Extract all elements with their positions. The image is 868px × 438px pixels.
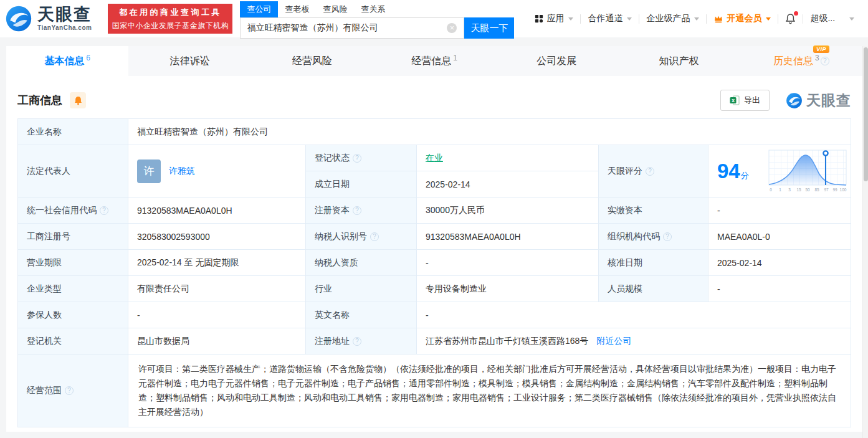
search-button[interactable]: 天眼一下	[464, 17, 514, 39]
business-scope-value: 许可项目：第二类医疗器械生产；道路货物运输（不含危险货物）（依法须经批准的项目，…	[128, 355, 851, 427]
tab-legal-litigation[interactable]: 法律诉讼	[128, 46, 250, 76]
reg-status-value: 在业	[417, 145, 598, 171]
search-input[interactable]	[240, 17, 464, 39]
help-icon[interactable]	[663, 232, 672, 241]
search-tab-boss[interactable]: 查老板	[278, 1, 316, 17]
svg-text:3: 3	[788, 188, 791, 192]
nav-open-vip[interactable]: 开通会员	[707, 13, 778, 24]
vertical-scrollbar	[862, 46, 868, 438]
nav-super-vip-label: 超级...	[810, 13, 835, 24]
tab-count: 1	[453, 54, 457, 62]
table-row: 登记机关 昆山市数据局 注册地址 江苏省苏州市昆山市千灯镇玉溪西路168号 附近…	[18, 328, 851, 355]
svg-text:97: 97	[824, 188, 829, 192]
org-code-value: MAEA0A0L-0	[708, 224, 851, 249]
field-label-text: 天眼评分	[608, 166, 642, 177]
field-label: 纳税人资质	[306, 250, 417, 275]
field-label: 纳税人识别号	[306, 224, 417, 249]
reg-authority-value: 昆山市数据局	[128, 328, 306, 354]
legal-rep-avatar[interactable]: 许	[137, 159, 161, 183]
section-header: 工商信息 x 导出 天眼查	[17, 90, 851, 111]
nearby-companies-link[interactable]: 附近公司	[596, 336, 631, 347]
chevron-down-icon	[694, 17, 699, 21]
help-icon[interactable]	[65, 386, 74, 395]
svg-text:99: 99	[832, 188, 837, 192]
business-term-value: 2025-02-14 至 无固定期限	[128, 250, 306, 275]
nav-cooperation-label: 合作通道	[588, 13, 622, 24]
reg-number-value: 320583002593000	[128, 224, 306, 249]
field-label-text: 纳税人识别号	[315, 231, 367, 242]
notification-dot	[794, 11, 798, 16]
tab-label: 历史信息	[773, 55, 813, 66]
nav-enterprise[interactable]: 企业级产品	[639, 13, 706, 24]
vip-badge: VIP	[813, 45, 829, 53]
status-date-subgrid: 登记状态 在业 成立日期 2025-02-14	[306, 145, 599, 197]
tab-intellectual-property[interactable]: 知识产权	[618, 46, 740, 76]
watermark-text: 天眼查	[806, 91, 851, 110]
help-icon[interactable]	[646, 167, 654, 176]
tianyancha-logo[interactable]: 天眼查 TianYanCha.com	[5, 5, 92, 32]
approval-date-value: 2025-02-14	[708, 250, 851, 275]
table-row: 统一社会信用代码 91320583MAEA0A0L0H 注册资本 30000万人…	[18, 198, 851, 224]
chevron-down-icon	[849, 17, 854, 21]
chevron-down-icon	[766, 17, 771, 21]
help-icon[interactable]	[100, 206, 108, 215]
help-icon[interactable]	[353, 206, 361, 215]
help-icon[interactable]	[353, 337, 361, 346]
nav-open-vip-label: 开通会员	[727, 13, 761, 24]
field-label: 注册地址	[306, 328, 417, 354]
tab-label: 经营风险	[292, 55, 332, 68]
tab-business-info[interactable]: 经营信息 1	[373, 46, 495, 76]
field-label: 经营范围	[18, 355, 128, 427]
field-label-text: 组织机构代码	[608, 231, 660, 242]
help-icon[interactable]	[353, 154, 361, 163]
bell-icon	[74, 96, 82, 105]
svg-text:15: 15	[796, 188, 801, 192]
clear-input-icon[interactable]	[447, 23, 457, 33]
field-label: 天眼评分	[599, 145, 708, 197]
field-label: 工商注册号	[18, 224, 128, 249]
tab-company-development[interactable]: 公司发展	[495, 46, 618, 76]
reg-address-cell: 江苏省苏州市昆山市千灯镇玉溪西路168号 附近公司	[417, 328, 851, 354]
tab-business-risk[interactable]: 经营风险	[251, 46, 373, 76]
logo-title: 天眼查	[37, 6, 92, 23]
header-nav: 应用 合作通道 企业级产品 开通会员	[528, 13, 861, 24]
excel-icon: x	[730, 95, 740, 105]
company-type-value: 有限责任公司	[128, 276, 306, 302]
field-label: 人员规模	[599, 276, 708, 302]
banner-line2: 国家中小企业发展子基金旗下机构	[112, 21, 229, 31]
tianyancha-logo-icon	[786, 92, 803, 109]
tab-label: 知识产权	[659, 55, 699, 68]
svg-text:1: 1	[779, 188, 781, 192]
nav-super-vip[interactable]: 超级...	[803, 13, 861, 24]
search-tab-company[interactable]: 查公司	[240, 1, 278, 17]
business-info-table: 企业名称 福立旺精密智造（苏州）有限公司 法定代表人 许 许雅筑 登记状态 在业	[17, 118, 851, 427]
logo-domain: TianYanCha.com	[37, 25, 92, 31]
search-tab-risk[interactable]: 查风险	[316, 1, 354, 17]
score-unit: 分	[741, 170, 749, 181]
nav-cooperation[interactable]: 合作通道	[581, 13, 639, 24]
company-name-value: 福立旺精密智造（苏州）有限公司	[128, 119, 851, 145]
svg-text:50: 50	[805, 188, 810, 192]
tab-label: 公司发展	[537, 55, 576, 68]
industry-value: 专用设备制造业	[417, 276, 599, 302]
svg-text:x: x	[732, 97, 735, 103]
subscribe-bell-button[interactable]	[70, 92, 86, 108]
nav-notifications[interactable]	[778, 13, 803, 24]
table-row: 营业期限 2025-02-14 至 无固定期限 纳税人资质 - 核准日期 202…	[18, 250, 851, 276]
help-icon[interactable]	[821, 57, 829, 65]
taxpayer-id-value: 91320583MAEA0A0L0H	[417, 224, 599, 249]
field-label: 实缴资本	[599, 198, 708, 223]
tab-label: 法律诉讼	[169, 55, 209, 68]
legal-rep-link[interactable]: 许雅筑	[169, 166, 195, 177]
tab-basic-info[interactable]: 基本信息 6	[6, 46, 128, 76]
nav-apps[interactable]: 应用	[528, 13, 580, 24]
svg-text:100: 100	[840, 188, 847, 192]
scrollbar-thumb[interactable]	[864, 47, 868, 181]
reg-status-link[interactable]: 在业	[426, 153, 443, 164]
field-label: 参保人数	[18, 302, 128, 328]
tab-history-info[interactable]: 历史信息 VIP 3	[740, 46, 862, 76]
export-button[interactable]: x 导出	[720, 90, 770, 111]
tab-label: 经营信息	[411, 55, 451, 68]
search-tab-relation[interactable]: 查关系	[354, 1, 392, 17]
help-icon[interactable]	[370, 232, 379, 241]
